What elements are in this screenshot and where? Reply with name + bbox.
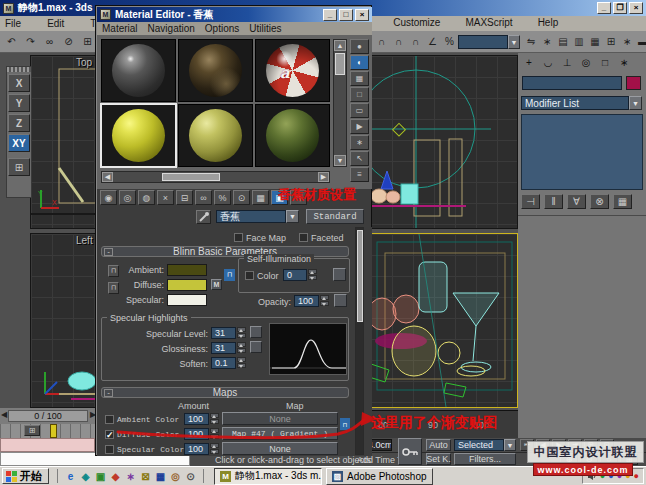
quick-launch-icon[interactable]: ◎: [169, 470, 182, 483]
specular-color-swatch[interactable]: [167, 294, 207, 306]
material-tool-icon[interactable]: ◉: [100, 190, 117, 205]
axis-constraint-button[interactable]: XY: [8, 134, 30, 152]
named-selection-dropdown[interactable]: [458, 35, 508, 49]
parameters-scrollbar[interactable]: [355, 227, 364, 455]
time-slider-value[interactable]: 0 / 100: [8, 410, 88, 422]
menu-item[interactable]: Edit: [47, 18, 64, 29]
close-button[interactable]: ×: [629, 2, 643, 14]
named-selection-arrow-icon[interactable]: ▼: [508, 35, 520, 49]
filters-button[interactable]: Filters...: [454, 453, 516, 465]
sample-slot-darkgreen[interactable]: [255, 104, 330, 167]
ambient-diffuse-lock-icon[interactable]: ⊓: [108, 265, 119, 277]
sample-tool-icon[interactable]: ▦: [350, 71, 369, 86]
sample-tool-icon[interactable]: ●: [350, 39, 369, 54]
command-panel-tab[interactable]: ◎: [578, 55, 594, 70]
maxscript-mini-listener-pink[interactable]: [0, 438, 95, 452]
me-close-button[interactable]: ×: [355, 9, 369, 21]
snap-toggle-icon[interactable]: ∩: [391, 33, 406, 50]
specular-level-field[interactable]: 31: [211, 327, 236, 339]
quick-launch-icon[interactable]: ∗: [124, 470, 137, 483]
toolbar-icon[interactable]: ▦: [588, 33, 602, 50]
quick-launch-icon[interactable]: ⊠: [139, 470, 152, 483]
stack-tool-icon[interactable]: ⊣: [521, 194, 540, 209]
quick-launch-icon[interactable]: ⊙: [184, 470, 197, 483]
tray-icon[interactable]: ●: [634, 472, 639, 481]
material-name-field[interactable]: 香蕉: [216, 210, 286, 223]
maps-lock-icon[interactable]: ⊓: [340, 418, 350, 430]
toolbar-icon[interactable]: ⊞: [79, 33, 96, 50]
material-tool-icon[interactable]: ◎: [119, 190, 136, 205]
material-tool-icon[interactable]: ▦: [252, 190, 269, 205]
command-panel-tab[interactable]: ∗: [616, 55, 632, 70]
toolbar-icon[interactable]: ⊘: [60, 33, 77, 50]
stack-tool-icon[interactable]: ⊗: [590, 194, 609, 209]
toolbar-icon[interactable]: ∗: [540, 33, 554, 50]
scroll-right-icon[interactable]: ▶: [318, 172, 329, 182]
me-maximize-button[interactable]: □: [339, 9, 353, 21]
quick-launch-icon[interactable]: e: [64, 470, 77, 483]
start-button[interactable]: 开始: [2, 468, 49, 484]
material-type-button[interactable]: Standard: [306, 209, 364, 224]
scroll-up-icon[interactable]: ▲: [334, 40, 346, 51]
axis-constraint-button[interactable]: Y: [8, 94, 30, 112]
object-name-field[interactable]: [522, 76, 622, 90]
auto-key-button[interactable]: Auto: [426, 439, 451, 451]
ad-map-lock-icon[interactable]: ⊓: [224, 269, 235, 281]
sample-slot-olive[interactable]: [178, 104, 253, 167]
object-color-swatch[interactable]: [626, 76, 641, 90]
opacity-field[interactable]: 100: [294, 295, 319, 307]
set-keys-button[interactable]: [398, 438, 422, 465]
toolbar-icon[interactable]: ↶: [3, 33, 20, 50]
menu-item[interactable]: Material: [102, 23, 138, 34]
command-panel-tab[interactable]: □: [597, 55, 613, 70]
ambient-color-swatch[interactable]: [167, 264, 207, 276]
glossiness-field[interactable]: 31: [211, 342, 236, 354]
menu-item[interactable]: Navigation: [148, 23, 195, 34]
ambient-map-checkbox[interactable]: [105, 415, 114, 424]
taskbar-task-photoshop[interactable]: ▨ Adobe Photoshop: [326, 468, 433, 485]
sample-slot-glass[interactable]: [101, 39, 176, 102]
specular-level-map-button[interactable]: [250, 326, 262, 338]
quick-launch-icon[interactable]: ◈: [79, 470, 92, 483]
set-key-button[interactable]: Set K.: [426, 453, 451, 465]
toolbar-icon[interactable]: ▥: [572, 33, 586, 50]
glossiness-map-button[interactable]: [250, 341, 262, 353]
modifier-list-dropdown[interactable]: Modifier List: [521, 96, 629, 110]
diffuse-amount-field[interactable]: 100: [184, 428, 209, 440]
material-name-arrow-icon[interactable]: ▼: [286, 210, 299, 223]
sample-tool-icon[interactable]: ↖: [350, 151, 369, 166]
toolbar-icon[interactable]: ↷: [22, 33, 39, 50]
taskbar-task-3dsmax[interactable]: M 静物1.max - 3ds m...: [214, 468, 322, 485]
soften-field[interactable]: 0.1: [211, 357, 236, 369]
slider-left-arrow-icon[interactable]: ◀: [1, 410, 7, 419]
material-editor-titlebar[interactable]: M Material Editor - 香蕉 _ □ ×: [97, 7, 372, 22]
menu-item[interactable]: MAXScript: [465, 17, 512, 28]
sample-tool-icon[interactable]: ◐: [350, 55, 369, 70]
toolbar-grip[interactable]: [7, 67, 31, 72]
sample-slot-cracked[interactable]: [178, 39, 253, 102]
toolbar-icon[interactable]: ▤: [556, 33, 570, 50]
key-filter-arrow-icon[interactable]: ▼: [504, 439, 516, 451]
stack-tool-icon[interactable]: ∀: [567, 194, 586, 209]
quick-launch-icon[interactable]: ▣: [94, 470, 107, 483]
diffuse-map-button[interactable]: Map #47 ( Gradient ): [222, 427, 338, 440]
track-bar-mini-icon[interactable]: ⊞: [24, 425, 40, 436]
modifier-stack[interactable]: [521, 114, 643, 190]
me-minimize-button[interactable]: _: [323, 9, 337, 21]
maps-rollout-header[interactable]: -Maps: [101, 387, 349, 398]
material-tool-icon[interactable]: %: [214, 190, 231, 205]
face-map-checkbox[interactable]: [234, 233, 243, 242]
opacity-map-button[interactable]: [334, 294, 347, 307]
quick-launch-icon[interactable]: ▦: [154, 470, 167, 483]
menu-item[interactable]: Customize: [393, 17, 440, 28]
specular-map-checkbox[interactable]: [105, 445, 114, 454]
modifier-list-arrow-icon[interactable]: ▼: [629, 96, 642, 110]
spinner-down-icon[interactable]: [308, 275, 317, 280]
material-tool-icon[interactable]: ⊟: [176, 190, 193, 205]
sample-vertical-scrollbar[interactable]: ▲ ▼: [333, 39, 347, 167]
si-map-button[interactable]: [333, 268, 346, 281]
diffuse-specular-lock-icon[interactable]: ⊓: [108, 282, 119, 294]
viewport-left-label[interactable]: Left: [76, 235, 93, 246]
quick-launch-icon[interactable]: ◆: [109, 470, 122, 483]
si-color-checkbox[interactable]: [245, 271, 254, 280]
